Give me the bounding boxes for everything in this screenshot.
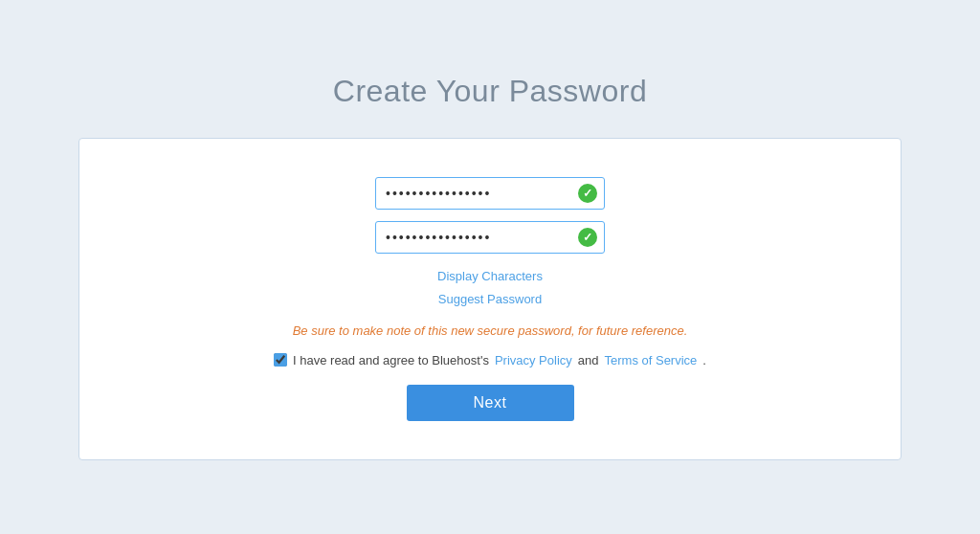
password-input[interactable] [375,177,605,210]
page-title: Create Your Password [333,74,647,109]
agreement-suffix: . [702,353,706,367]
next-button[interactable]: Next [407,385,574,421]
terms-of-service-link[interactable]: Terms of Service [605,353,698,367]
password-links: Display Characters Suggest Password [437,265,543,310]
form-container: Display Characters Suggest Password Be s… [99,177,881,421]
display-characters-link[interactable]: Display Characters [437,265,543,287]
confirm-password-input[interactable] [375,221,605,254]
password-valid-icon [578,184,597,203]
confirm-password-input-row [375,221,605,254]
agreement-row: I have read and agree to Bluehost's Priv… [274,353,706,367]
privacy-policy-link[interactable]: Privacy Policy [495,353,572,367]
password-input-row [375,177,605,210]
agreement-conjunction: and [578,353,599,367]
agreement-prefix: I have read and agree to Bluehost's [293,353,489,367]
password-card: Display Characters Suggest Password Be s… [78,138,902,460]
confirm-valid-icon [578,228,597,247]
suggest-password-link[interactable]: Suggest Password [438,288,542,310]
notice-text: Be sure to make note of this new secure … [293,323,688,338]
agreement-checkbox[interactable] [274,353,287,367]
